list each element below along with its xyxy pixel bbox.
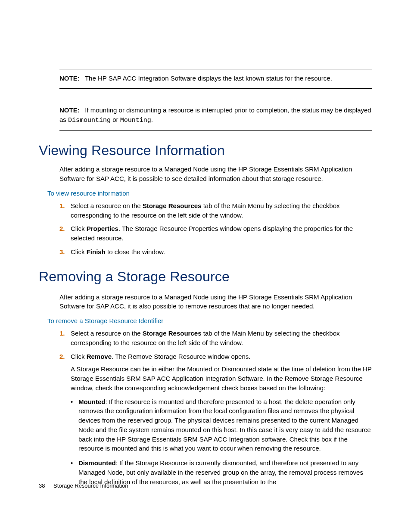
note-1-body: The HP SAP ACC Integration Software disp… <box>85 75 332 82</box>
note-label: NOTE: <box>59 106 80 114</box>
step-1: Select a resource on the Storage Resourc… <box>59 329 372 348</box>
heading-viewing-resource-information: Viewing Resource Information <box>39 143 372 159</box>
page-number: 38 <box>39 482 45 489</box>
step-3: Click Finish to close the window. <box>59 247 372 257</box>
section1-paragraph: After adding a storage resource to a Man… <box>59 165 372 184</box>
page-footer: 38 Storage Resource Information <box>39 482 128 489</box>
note-1-text: NOTE: The HP SAP ACC Integration Softwar… <box>59 74 372 83</box>
sub-heading-view-resource: To view resource information <box>47 190 372 197</box>
bold-mounted: Mounted <box>78 398 105 405</box>
note-2-mid: or <box>111 116 120 123</box>
bold-storage-resources: Storage Resources <box>143 202 202 209</box>
note-2-text: NOTE: If mounting or dismounting a resou… <box>59 106 372 125</box>
section2-paragraph: After adding a storage resource to a Man… <box>59 292 372 311</box>
code-mounting: Mounting <box>120 117 151 124</box>
bold-finish: Finish <box>87 248 106 255</box>
bold-remove: Remove <box>87 353 112 360</box>
bullet-list: Mounted: If the resource is mounted and … <box>71 397 372 487</box>
steps-view-resource: Select a resource on the Storage Resourc… <box>59 201 372 257</box>
step-2: Click Remove. The Remove Storage Resourc… <box>59 352 372 487</box>
step-2-extra: A Storage Resource can be in either the … <box>71 364 372 392</box>
bold-storage-resources: Storage Resources <box>143 330 202 337</box>
step-1: Select a resource on the Storage Resourc… <box>59 201 372 220</box>
bold-dismounted: Dismounted <box>78 459 116 467</box>
bold-properties: Properties <box>87 225 118 232</box>
note-label: NOTE: <box>59 75 80 82</box>
note-box-1: NOTE: The HP SAP ACC Integration Softwar… <box>59 69 372 89</box>
sub-heading-remove-resource: To remove a Storage Resource Identifier <box>47 317 372 324</box>
heading-removing-storage-resource: Removing a Storage Resource <box>39 269 372 285</box>
bullet-mounted: Mounted: If the resource is mounted and … <box>71 397 372 454</box>
steps-remove-resource: Select a resource on the Storage Resourc… <box>59 329 372 486</box>
code-dismounting: Dismounting <box>68 117 111 124</box>
step-2: Click Properties. The Storage Resource P… <box>59 224 372 243</box>
note-box-2: NOTE: If mounting or dismounting a resou… <box>59 101 372 131</box>
footer-title: Storage Resource Information <box>53 482 128 489</box>
note-2-tail: . <box>151 116 153 123</box>
